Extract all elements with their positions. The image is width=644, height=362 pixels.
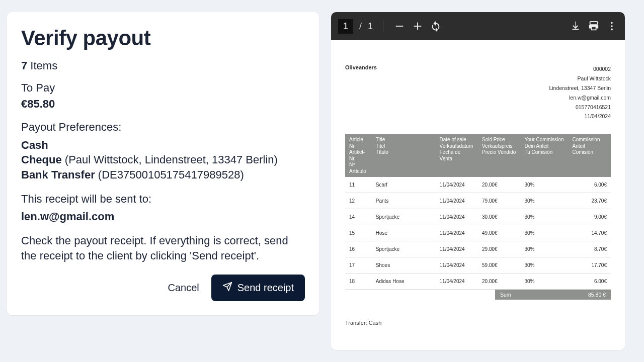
pdf-page-total: 1 — [368, 21, 373, 32]
pdf-address: Lindenstreet, 13347 Berlin — [549, 83, 611, 93]
verify-payout-panel: Verify payout 7 Items To Pay €85.80 Payo… — [7, 12, 319, 315]
pdf-email: len.w@gmail.com — [549, 93, 611, 103]
sum-value: 85.80 € — [588, 292, 606, 298]
table-row: 18Adidas Hose11/04/202420.00€30%6.00€ — [345, 274, 611, 290]
table-row: 15Hose11/04/202449.00€30%14.70€ — [345, 225, 611, 241]
cancel-button[interactable]: Cancel — [168, 282, 199, 294]
pref-bank-detail: (DE3750010517541798952­8) — [95, 168, 244, 181]
pdf-docno: 000002 — [549, 64, 611, 74]
svg-rect-2 — [396, 26, 404, 27]
pdf-header: Oliveanders 000002 Paul Wittstock Linden… — [345, 64, 611, 121]
pdf-brand: Oliveanders — [345, 64, 377, 70]
pref-bank-label: Bank Transfer — [21, 168, 95, 181]
pdf-toolbar: 1 / 1 — [331, 12, 625, 40]
actions-row: Cancel Send receipt — [21, 275, 305, 301]
th-title: TitleTitelTítulo — [372, 134, 436, 177]
sum-row: Sum 85.80 € — [345, 290, 611, 300]
pdf-phone: 015770416521 — [549, 103, 611, 112]
more-icon[interactable] — [606, 20, 618, 32]
payout-preferences: Payout Preferences: Cash Cheque (Paul Wi… — [21, 120, 305, 183]
pref-cheque-detail: (Paul Wittstock, Lindenstreet, 13347 Ber… — [62, 153, 278, 166]
pdf-name: Paul Wittstock — [549, 74, 611, 83]
instruction-text: Check the payout receipt. If everything … — [21, 233, 305, 263]
pdf-table-body: 11Scarf11/04/202420.00€30%6.00€12Pants11… — [345, 177, 611, 290]
to-pay-label: To Pay — [21, 81, 305, 95]
pdf-body: Oliveanders 000002 Paul Wittstock Linden… — [331, 40, 625, 350]
pdf-meta: 000002 Paul Wittstock Lindenstreet, 1334… — [549, 64, 611, 121]
sent-to-block: This receipt will be sent to: len.w@gmai… — [21, 192, 305, 224]
zoom-out-icon[interactable] — [393, 20, 406, 32]
paper-plane-icon — [222, 282, 232, 294]
transfer-line: Transfer: Cash — [345, 320, 611, 326]
table-row: 14Sportjacke11/04/202430.00€30%9.00€ — [345, 209, 611, 225]
print-icon[interactable] — [588, 20, 600, 32]
pdf-table: Article NrArtikel-Nr.Nº Artículo TitleTi… — [345, 134, 611, 290]
th-yourcomm: Your CommissionDein AnteilTu Comisión — [520, 134, 568, 177]
table-row: 16Sportjacke11/04/202429.00€30%8.70€ — [345, 241, 611, 257]
svg-point-7 — [611, 29, 613, 31]
th-price: Sold PriceVerkaufspreisPrecio Vendido — [478, 134, 520, 177]
sent-to-email: len.w@gmail.com — [21, 209, 305, 224]
pref-cash: Cash — [21, 139, 48, 151]
items-line: 7 Items — [21, 59, 305, 72]
sum-label: Sum — [500, 292, 511, 298]
items-count: 7 — [21, 59, 27, 72]
th-article: Article NrArtikel-Nr.Nº Artículo — [345, 134, 372, 177]
pdf-page-input[interactable]: 1 — [338, 19, 353, 34]
pdf-preview-panel: 1 / 1 Oliveanders 000002 Paul Wittstock — [331, 12, 625, 350]
table-row: 12Pants11/04/202479.00€30%23.70€ — [345, 193, 611, 209]
svg-point-5 — [611, 22, 613, 24]
svg-rect-4 — [417, 23, 418, 30]
table-row: 11Scarf11/04/202420.00€30%6.00€ — [345, 177, 611, 193]
sent-to-label: This receipt will be sent to: — [21, 192, 305, 207]
table-row: 17Shoes11/04/202459.00€30%17.70€ — [345, 257, 611, 274]
toolbar-divider — [383, 20, 383, 32]
svg-point-6 — [611, 25, 613, 27]
zoom-in-icon[interactable] — [412, 20, 424, 32]
pref-cheque-label: Cheque — [21, 153, 62, 166]
th-date: Date of saleVerkaufsdatumFecha de Venta — [436, 134, 478, 177]
download-icon[interactable] — [570, 20, 582, 32]
rotate-icon[interactable] — [430, 20, 442, 32]
to-pay-amount: €85.80 — [21, 98, 305, 111]
th-comm: CommissionAnteilComisión — [568, 134, 611, 177]
send-receipt-button[interactable]: Send receipt — [211, 275, 305, 301]
page-title: Verify payout — [21, 26, 305, 50]
pdf-date: 11/04/2024 — [549, 112, 611, 121]
pdf-page-slash: / — [359, 21, 362, 32]
items-word: Items — [27, 59, 57, 72]
send-receipt-label: Send receipt — [237, 282, 294, 294]
prefs-label: Payout Preferences: — [21, 120, 305, 135]
